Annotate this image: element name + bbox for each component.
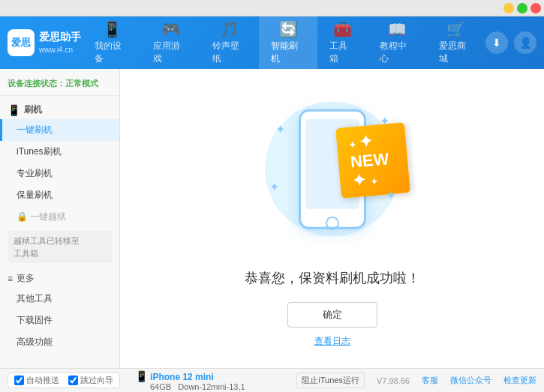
maximize-button[interactable] <box>517 3 527 13</box>
logo-icon-text: 爱思 <box>11 36 31 49</box>
header-actions: ⬇ 👤 <box>485 31 536 54</box>
nav-mall-label: 爱思商城 <box>439 40 473 65</box>
nav-toolbox[interactable]: 🧰 工具箱 <box>317 14 368 71</box>
nav-toolbox-label: 工具箱 <box>329 40 356 65</box>
flash-section-label: 刷机 <box>24 103 42 116</box>
nav-ringtones-label: 铃声壁纸 <box>212 40 247 65</box>
success-illustration: ✦ NEW ✦ ✦ ✦ ✦ ✦ <box>257 89 407 254</box>
sidebar-item-other-tools[interactable]: 其他工具 <box>0 288 119 310</box>
sparkle-4: ✦ <box>386 188 395 202</box>
more-section-header: ≡ 更多 <box>0 266 119 288</box>
nav-tutorials[interactable]: 📖 教程中心 <box>368 14 426 71</box>
nav-smart-flash-label: 智能刷机 <box>271 40 305 65</box>
nav-smart-flash[interactable]: 🔄 智能刷机 <box>259 14 317 71</box>
logo-icon: 爱思 <box>8 29 35 56</box>
flash-section-icon: 📱 <box>8 104 20 116</box>
logo-name: 爱思助手 <box>39 30 81 45</box>
download-button[interactable]: ⬇ <box>485 31 508 54</box>
bottom-bar: 自动推送 跳过向导 📱 iPhone 12 mini 64GB Down-12m… <box>0 368 544 392</box>
more-section-icon: ≡ <box>8 274 13 284</box>
main-container: 设备连接状态：正常模式 📱 刷机 一键刷机 iTunes刷机 专业刷机 保量刷机… <box>0 69 544 368</box>
toolbox-icon: 🧰 <box>333 20 352 38</box>
new-badge: ✦ NEW ✦ <box>335 123 410 199</box>
my-device-icon: 📱 <box>103 20 122 38</box>
user-button[interactable]: 👤 <box>514 31 536 54</box>
header: 爱思 爱思助手 www.i4.cn 📱 我的设备 🎮 应用游戏 🎵 铃声壁纸 🔄… <box>0 16 544 69</box>
minimize-button[interactable] <box>503 3 514 13</box>
mall-icon: 🛒 <box>446 20 465 38</box>
stop-itunes-button[interactable]: 阻止iTunes运行 <box>296 373 365 388</box>
auto-push-input[interactable] <box>14 376 24 385</box>
device-name: iPhone 12 mini <box>150 372 214 382</box>
smart-flash-icon: 🔄 <box>279 20 298 38</box>
update-link[interactable]: 检查更新 <box>503 375 536 386</box>
nav-my-device[interactable]: 📱 我的设备 <box>83 14 141 71</box>
connection-status: 设备连接状态：正常模式 <box>0 75 119 96</box>
more-section-label: 更多 <box>17 272 35 285</box>
auto-push-checkbox[interactable]: 自动推送 <box>14 375 59 386</box>
sidebar-item-protect-flash[interactable]: 保量刷机 <box>0 184 119 206</box>
new-badge-text: ✦ NEW ✦ <box>349 131 389 190</box>
success-message: 恭喜您，保资料刷机成功啦！ <box>245 269 420 287</box>
support-link[interactable]: 客服 <box>422 375 438 386</box>
device-storage: 64GB <box>150 382 171 391</box>
nav-my-device-label: 我的设备 <box>95 40 129 65</box>
nav-bar: 📱 我的设备 🎮 应用游戏 🎵 铃声壁纸 🔄 智能刷机 🧰 工具箱 📖 教程中心… <box>83 14 485 71</box>
skip-wizard-label: 跳过向导 <box>80 375 113 386</box>
apps-games-icon: 🎮 <box>161 20 180 38</box>
status-label: 设备连接状态： <box>8 79 65 88</box>
nav-ringtones[interactable]: 🎵 铃声壁纸 <box>200 14 259 71</box>
sidebar: 设备连接状态：正常模式 📱 刷机 一键刷机 iTunes刷机 专业刷机 保量刷机… <box>0 69 120 368</box>
flash-section-header: 📱 刷机 <box>0 99 119 119</box>
bottom-right: V7.98.66 客服 微信公众号 检查更新 <box>377 375 536 386</box>
close-button[interactable] <box>530 3 541 13</box>
sidebar-item-pro-flash[interactable]: 专业刷机 <box>0 163 119 184</box>
skip-wizard-checkbox[interactable]: 跳过向导 <box>68 375 113 386</box>
bottom-right-group: 阻止iTunes运行 V7.98.66 客服 微信公众号 检查更新 <box>296 373 536 388</box>
device-info: 📱 iPhone 12 mini 64GB Down-12mini-13,1 <box>135 370 245 391</box>
nav-tutorials-label: 教程中心 <box>380 40 414 65</box>
logo-text: 爱思助手 www.i4.cn <box>39 30 81 55</box>
sparkle-1: ✦ <box>275 122 285 136</box>
sidebar-item-download-firmware[interactable]: 下载固件 <box>0 310 119 331</box>
skip-wizard-input[interactable] <box>68 376 78 385</box>
nav-apps-games-label: 应用游戏 <box>153 40 188 65</box>
logo-url: www.i4.cn <box>39 45 81 55</box>
version-label: V7.98.66 <box>377 376 410 385</box>
sidebar-notice: 越狱工具已转移至 工具箱 <box>8 231 112 263</box>
sidebar-item-one-key-flash[interactable]: 一键刷机 <box>0 119 119 141</box>
sidebar-disabled-jailbreak: 🔒 一键越狱 <box>0 206 119 228</box>
nav-mall[interactable]: 🛒 爱思商城 <box>427 14 485 71</box>
sparkle-3: ✦ <box>269 180 279 194</box>
auto-push-label: 自动推送 <box>26 375 59 386</box>
content-area: ✦ NEW ✦ ✦ ✦ ✦ ✦ 恭喜您，保资料刷机成功啦！ 确定 查看日志 <box>120 69 544 368</box>
device-model: Down-12mini-13,1 <box>173 382 245 391</box>
nav-apps-games[interactable]: 🎮 应用游戏 <box>141 14 200 71</box>
wechat-link[interactable]: 微信公众号 <box>450 375 491 386</box>
confirm-button[interactable]: 确定 <box>287 302 377 328</box>
sidebar-item-itunes-flash[interactable]: iTunes刷机 <box>0 141 119 163</box>
ringtones-icon: 🎵 <box>220 20 239 38</box>
tutorials-icon: 📖 <box>388 20 407 38</box>
phone-home-btn <box>326 217 339 230</box>
logo-area: 爱思 爱思助手 www.i4.cn <box>8 29 83 56</box>
device-phone-icon: 📱 <box>135 370 148 382</box>
sparkle-2: ✦ <box>380 114 389 128</box>
view-logs-link[interactable]: 查看日志 <box>314 335 350 348</box>
status-value: 正常模式 <box>65 79 98 88</box>
bottom-left: 自动推送 跳过向导 📱 iPhone 12 mini 64GB Down-12m… <box>8 370 245 391</box>
sidebar-item-advanced[interactable]: 高级功能 <box>0 331 119 353</box>
